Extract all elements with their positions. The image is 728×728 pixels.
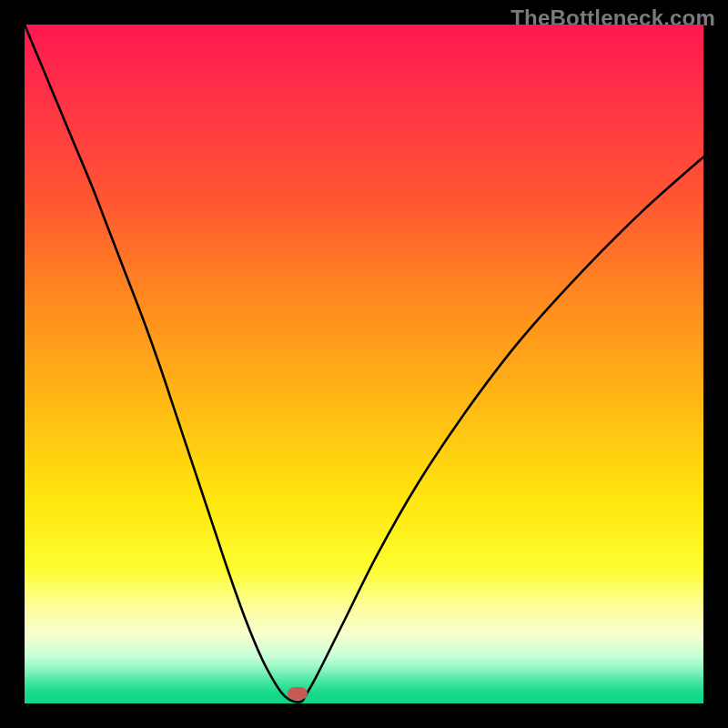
bottleneck-curve bbox=[25, 25, 703, 702]
curve-svg bbox=[25, 25, 703, 703]
plot-area bbox=[25, 25, 703, 703]
outer-frame: TheBottleneck.com bbox=[0, 0, 728, 728]
min-marker bbox=[288, 687, 308, 700]
